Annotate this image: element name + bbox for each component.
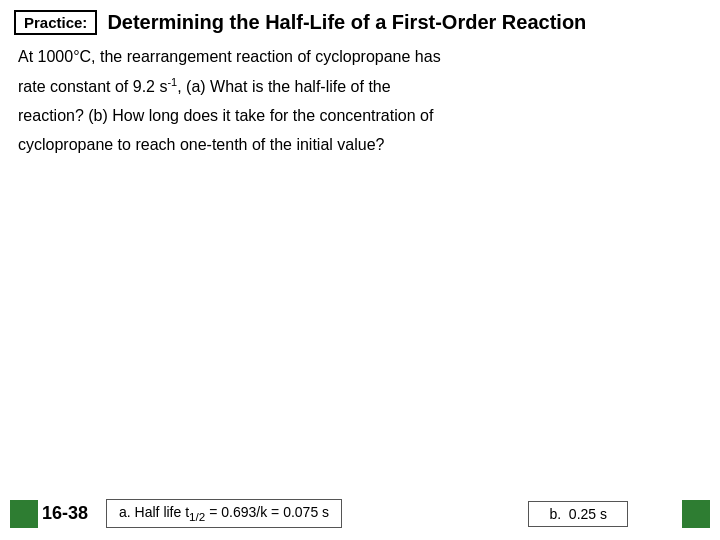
answer-a-value: = 0.693/k = 0.075 s: [205, 504, 329, 520]
main-content: At 1000°C, the rearrangement reaction of…: [14, 45, 706, 158]
content-line2: rate constant of 9.2 s-1, (a) What is th…: [18, 74, 702, 100]
practice-label: Practice:: [24, 14, 87, 31]
answer-b-value: 0.25 s: [569, 506, 607, 522]
green-square-right-icon: [682, 500, 710, 528]
practice-badge: Practice:: [14, 10, 97, 35]
content-line4: cyclopropane to reach one-tenth of the i…: [18, 133, 702, 158]
page-container: Practice: Determining the Half-Life of a…: [0, 0, 720, 540]
green-square-left-icon: [10, 500, 38, 528]
answer-a-subscript: 1/2: [189, 510, 205, 523]
slide-number: 16-38: [10, 500, 92, 528]
superscript-minus1: -1: [167, 76, 177, 88]
slide-num-text: 16-38: [38, 503, 92, 524]
header-row: Practice: Determining the Half-Life of a…: [14, 10, 706, 35]
answer-a-box: a. Half life t1/2 = 0.693/k = 0.075 s: [106, 499, 342, 528]
page-title: Determining the Half-Life of a First-Ord…: [107, 11, 586, 34]
content-line1: At 1000°C, the rearrangement reaction of…: [18, 45, 702, 70]
answer-a-label: a. Half life: [119, 504, 185, 520]
answer-b-box: b. 0.25 s: [528, 501, 628, 527]
answer-b-label: b.: [549, 506, 561, 522]
footer: 16-38 a. Half life t1/2 = 0.693/k = 0.07…: [10, 499, 710, 528]
content-line3: reaction? (b) How long does it take for …: [18, 104, 702, 129]
